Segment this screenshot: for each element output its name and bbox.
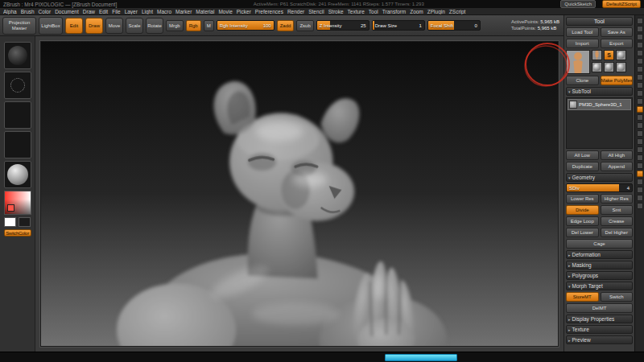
menu-item[interactable]: Preferences bbox=[255, 9, 283, 14]
projection-master-button[interactable]: Projection Master bbox=[2, 17, 36, 35]
menu-item[interactable]: Material bbox=[196, 9, 214, 14]
menu-item[interactable]: Edit bbox=[99, 9, 108, 14]
subtool-list-item[interactable]: PM3D_Sphere3D_1 bbox=[568, 99, 631, 110]
switch-color-button[interactable]: SwitchColor bbox=[4, 229, 31, 237]
crease-button[interactable]: Crease bbox=[601, 216, 634, 226]
draw-size-slider[interactable]: Draw Size 1 bbox=[372, 20, 425, 31]
quicksketch-button[interactable]: QuickSketch bbox=[560, 0, 596, 8]
main-color-swatch[interactable] bbox=[4, 217, 16, 227]
secondary-color-swatch[interactable] bbox=[19, 217, 31, 227]
append-button[interactable]: Append bbox=[601, 162, 634, 171]
palette-icon[interactable] bbox=[637, 50, 643, 56]
palette-icon[interactable] bbox=[637, 203, 643, 209]
menu-item[interactable]: File bbox=[112, 9, 120, 14]
menu-item[interactable]: Brush bbox=[21, 9, 35, 14]
section-header[interactable]: ▸ Deformation bbox=[566, 250, 633, 259]
smt-toggle[interactable]: Smt bbox=[601, 205, 634, 215]
load-tool-button[interactable]: Load Tool bbox=[566, 27, 599, 37]
recent-tool-zsphere[interactable]: S bbox=[604, 50, 614, 60]
menu-item[interactable]: ZPlugin bbox=[427, 9, 445, 14]
rotate-mode-button[interactable]: Rotate bbox=[146, 18, 163, 34]
palette-icon[interactable] bbox=[637, 74, 643, 80]
menu-item[interactable]: Document bbox=[55, 9, 79, 14]
menu-item[interactable]: Render bbox=[287, 9, 304, 14]
palette-icon[interactable] bbox=[637, 179, 643, 185]
menu-item[interactable]: Light bbox=[142, 9, 153, 14]
all-high-button[interactable]: All High bbox=[601, 150, 634, 160]
clone-button[interactable]: Clone bbox=[566, 76, 599, 85]
current-tool-thumbnail[interactable] bbox=[566, 50, 590, 74]
section-header[interactable]: ▸ Texture bbox=[566, 325, 633, 334]
del-mt-button[interactable]: DelMT bbox=[566, 303, 633, 313]
menu-item[interactable]: Transform bbox=[382, 9, 406, 14]
focal-shift-slider[interactable]: Focal Shift 0 bbox=[427, 20, 481, 31]
edge-loop-button[interactable]: Edge Loop bbox=[566, 216, 599, 226]
palette-icon[interactable] bbox=[637, 98, 643, 105]
palette-icon[interactable] bbox=[637, 82, 643, 88]
palette-icon[interactable] bbox=[637, 114, 643, 121]
recent-tool-figure[interactable] bbox=[592, 50, 602, 60]
palette-icon[interactable] bbox=[637, 18, 643, 24]
palette-icon[interactable] bbox=[637, 195, 643, 201]
palette-icon[interactable] bbox=[637, 146, 643, 153]
mrgb-toggle[interactable]: Mrgb bbox=[166, 20, 184, 31]
palette-icon[interactable] bbox=[637, 90, 643, 97]
recent-tool-sphere[interactable] bbox=[616, 50, 626, 60]
palette-icon[interactable] bbox=[637, 26, 643, 32]
menu-item[interactable]: Stencil bbox=[308, 9, 324, 14]
higher-res-button[interactable]: Higher Res bbox=[601, 194, 634, 204]
menu-item[interactable]: Movie bbox=[218, 9, 232, 14]
menu-item[interactable]: ZScript bbox=[449, 9, 466, 14]
store-mt-button[interactable]: StoreMT bbox=[566, 292, 599, 302]
make-polymesh3d-button[interactable]: Make PolyMesh3D bbox=[601, 76, 634, 85]
z-intensity-slider[interactable]: Z Intensity 25 bbox=[316, 20, 369, 31]
section-header[interactable]: ▸ Display Properties bbox=[566, 315, 633, 323]
palette-icon[interactable] bbox=[637, 42, 643, 48]
palette-icon[interactable] bbox=[637, 171, 643, 177]
menu-item[interactable]: Alpha bbox=[3, 9, 17, 14]
menu-item[interactable]: Tool bbox=[369, 9, 378, 14]
geometry-section-header[interactable]: ▾ Geometry bbox=[566, 173, 633, 182]
alpha-selector[interactable] bbox=[4, 101, 31, 129]
palette-icon[interactable] bbox=[637, 138, 643, 145]
menu-item[interactable]: Zoom bbox=[410, 9, 423, 14]
menu-item[interactable]: Color bbox=[39, 9, 52, 14]
section-header[interactable]: ▸ Preview bbox=[566, 335, 633, 344]
palette-icon[interactable] bbox=[637, 66, 643, 72]
duplicate-button[interactable]: Duplicate bbox=[566, 162, 599, 171]
palette-icon[interactable] bbox=[637, 122, 643, 129]
section-header[interactable]: ▸ Polygroups bbox=[566, 271, 633, 280]
zadd-toggle[interactable]: Zadd bbox=[277, 20, 295, 31]
zsub-toggle[interactable]: Zsub bbox=[296, 20, 313, 31]
menu-item[interactable]: Layer bbox=[125, 9, 138, 14]
texture-selector[interactable] bbox=[4, 131, 31, 158]
document-canvas[interactable] bbox=[40, 41, 559, 347]
sdiv-slider[interactable]: SDiv 4 bbox=[566, 183, 633, 192]
palette-icon[interactable] bbox=[637, 130, 643, 137]
menu-item[interactable]: Picker bbox=[237, 9, 251, 14]
rgb-intensity-slider[interactable]: Rgb Intensity 100 bbox=[217, 20, 275, 31]
palette-icon[interactable] bbox=[637, 106, 643, 113]
recent-tool-sphere[interactable] bbox=[604, 62, 614, 72]
material-selector[interactable] bbox=[4, 161, 31, 188]
lightbox-button[interactable]: LightBox bbox=[39, 17, 63, 35]
menu-item[interactable]: Macro bbox=[157, 9, 171, 14]
subtool-section-header[interactable]: ▾ SubTool bbox=[566, 87, 633, 96]
stroke-selector[interactable] bbox=[4, 72, 31, 99]
scale-mode-button[interactable]: Scale bbox=[126, 18, 143, 34]
recent-tool-sphere[interactable] bbox=[592, 62, 602, 72]
draw-mode-button[interactable]: Draw bbox=[85, 18, 103, 34]
menu-item[interactable]: Texture bbox=[348, 9, 365, 14]
menu-item[interactable]: Draw bbox=[83, 9, 95, 14]
morph-target-section-header[interactable]: ▾ Morph Target bbox=[566, 282, 633, 290]
move-mode-button[interactable]: Move bbox=[105, 18, 123, 34]
divide-button[interactable]: Divide bbox=[566, 205, 599, 215]
import-button[interactable]: Import bbox=[566, 39, 599, 48]
export-button[interactable]: Export bbox=[601, 39, 634, 48]
default-zscript-button[interactable]: DefaultZScript bbox=[602, 0, 641, 8]
taskbar-active-app[interactable] bbox=[385, 354, 457, 361]
palette-icon[interactable] bbox=[637, 187, 643, 193]
cage-button[interactable]: Cage bbox=[566, 239, 633, 249]
brush-selector[interactable] bbox=[4, 42, 31, 69]
save-as-button[interactable]: Save As bbox=[601, 27, 634, 37]
